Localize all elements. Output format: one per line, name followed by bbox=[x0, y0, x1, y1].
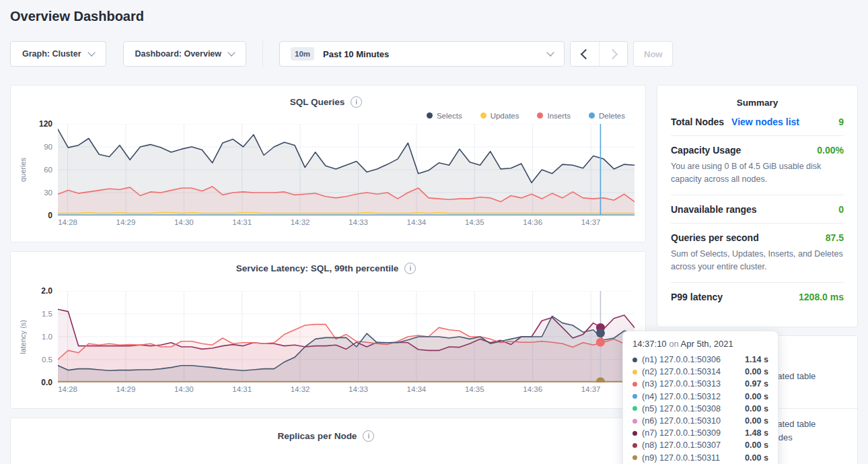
x-tick-label: 14:31 bbox=[232, 218, 252, 226]
summary-panel: Summary Total Nodes View nodes list 9 Ca… bbox=[657, 85, 858, 327]
latency-plot-area[interactable] bbox=[58, 291, 635, 383]
y-tick-label: 1.0 bbox=[42, 331, 52, 342]
summary-row-total-nodes: Total Nodes View nodes list 9 bbox=[671, 108, 844, 136]
node-color-dot bbox=[632, 419, 637, 424]
summary-row-p99: P99 latency 1208.0 ms bbox=[671, 283, 844, 310]
summary-row-qps: Queries per second 87.5 Sum of Selects, … bbox=[671, 224, 844, 283]
latency-x-axis: 14:2814:2914:3014:3114:3214:3314:3414:35… bbox=[58, 383, 635, 395]
node-address: (n1) 127.0.0.1:50306 bbox=[642, 355, 721, 364]
node-address: (n5) 127.0.0.1:50308 bbox=[642, 404, 721, 413]
page-title: Overview Dashboard bbox=[10, 9, 868, 24]
node-latency-value: 0.00 s bbox=[745, 392, 768, 401]
chevron-right-icon bbox=[607, 48, 618, 59]
node-address: (n7) 127.0.0.1:50309 bbox=[642, 428, 721, 438]
y-tick-label: 30 bbox=[44, 187, 52, 198]
y-tick-label: 0.5 bbox=[42, 354, 52, 365]
legend-item-inserts[interactable]: Inserts bbox=[537, 110, 571, 121]
p99-latency-label: P99 latency bbox=[671, 292, 723, 302]
graph-dropdown[interactable]: Graph: Cluster bbox=[10, 41, 106, 67]
qps-value: 87.5 bbox=[826, 232, 844, 243]
node-address: (n4) 127.0.0.1:50312 bbox=[642, 392, 721, 401]
node-color-dot bbox=[632, 358, 637, 362]
y-tick-label: 2.0 bbox=[41, 286, 52, 296]
time-next-button[interactable] bbox=[599, 42, 627, 66]
overview-dashboard-page: Overview Dashboard Graph: Cluster Dashbo… bbox=[0, 9, 868, 464]
sql-queries-card: SQL Queries i SelectsUpdatesInsertsDelet… bbox=[10, 85, 646, 242]
info-icon[interactable]: i bbox=[351, 96, 362, 108]
chart-hover-tooltip: 14:37:10 on Apr 5th, 2021 (n1) 127.0.0.1… bbox=[622, 331, 779, 464]
x-tick-label: 14:35 bbox=[465, 218, 484, 226]
latency-y-axis-label: latency (s) bbox=[19, 320, 27, 354]
charts-column: SQL Queries i SelectsUpdatesInsertsDelet… bbox=[10, 85, 646, 464]
node-color-dot bbox=[632, 455, 637, 460]
legend-dot bbox=[480, 112, 486, 119]
chevron-down-icon bbox=[546, 48, 554, 56]
service-latency-chart[interactable]: latency (s) 0.00.51.01.52.0 14:2814:2914… bbox=[17, 291, 635, 395]
legend-dot bbox=[589, 112, 595, 119]
tooltip-row: (n1) 127.0.0.1:503061.14 s bbox=[632, 354, 768, 366]
x-tick-label: 14:30 bbox=[174, 385, 194, 393]
chevron-down-icon bbox=[227, 48, 235, 56]
toolbar-divider bbox=[262, 41, 263, 67]
legend-item-deletes[interactable]: Deletes bbox=[589, 110, 625, 121]
x-tick-label: 14:31 bbox=[232, 385, 252, 393]
node-latency-value: 0.97 s bbox=[745, 379, 768, 389]
time-nav-group bbox=[570, 41, 628, 67]
x-tick-label: 14:36 bbox=[523, 218, 542, 226]
dashboard-dropdown[interactable]: Dashboard: Overview bbox=[123, 41, 247, 67]
total-nodes-value: 9 bbox=[838, 117, 844, 127]
sql-queries-chart[interactable]: queries 0306090120 14:2814:2914:3014:311… bbox=[17, 124, 635, 228]
tooltip-rows: (n1) 127.0.0.1:503061.14 s(n2) 127.0.0.1… bbox=[632, 354, 768, 464]
node-latency-value: 0.00 s bbox=[745, 440, 768, 450]
x-tick-label: 14:33 bbox=[349, 218, 368, 226]
node-latency-value: 0.00 s bbox=[745, 404, 768, 413]
tooltip-row: (n3) 127.0.0.1:503130.97 s bbox=[632, 378, 768, 390]
x-tick-label: 14:36 bbox=[523, 385, 542, 393]
dashboard-dropdown-label: Dashboard: Overview bbox=[135, 49, 222, 59]
y-tick-label: 1.5 bbox=[42, 308, 52, 319]
node-color-dot bbox=[632, 443, 637, 448]
view-nodes-list-link[interactable]: View nodes list bbox=[731, 117, 799, 127]
total-nodes-label: Total Nodes bbox=[671, 117, 724, 127]
sql-plot-area[interactable] bbox=[58, 124, 635, 216]
node-latency-value: 0.00 s bbox=[745, 453, 768, 463]
sql-queries-header: SQL Queries i bbox=[17, 96, 635, 108]
node-latency-value: 1.14 s bbox=[745, 355, 768, 364]
service-latency-header: Service Latency: SQL, 99th percentile i bbox=[17, 263, 635, 274]
node-address: (n8) 127.0.0.1:50307 bbox=[642, 440, 721, 450]
x-tick-label: 14:34 bbox=[406, 218, 426, 226]
node-address: (n9) 127.0.0.1:50311 bbox=[642, 453, 720, 463]
summary-row-capacity: Capacity Usage 0.00% You are using 0 B o… bbox=[671, 136, 844, 195]
now-button[interactable]: Now bbox=[633, 41, 673, 67]
info-icon[interactable]: i bbox=[363, 430, 374, 442]
capacity-usage-label: Capacity Usage bbox=[671, 145, 741, 156]
y-tick-label: 0 bbox=[48, 210, 52, 221]
summary-title: Summary bbox=[671, 98, 844, 108]
node-latency-value: 0.00 s bbox=[745, 367, 768, 376]
x-tick-label: 14:30 bbox=[174, 218, 194, 226]
x-tick-label: 14:28 bbox=[58, 218, 77, 226]
x-tick-label: 14:35 bbox=[465, 385, 484, 393]
sql-y-axis: 0306090120 bbox=[28, 124, 58, 216]
info-icon[interactable]: i bbox=[404, 263, 416, 274]
replicas-per-node-card: Replicas per Node i bbox=[10, 418, 646, 464]
node-address: (n6) 127.0.0.1:50310 bbox=[642, 416, 721, 426]
x-tick-label: 14:37 bbox=[581, 385, 601, 393]
summary-row-unavailable: Unavailable ranges 0 bbox=[671, 195, 844, 224]
legend-item-selects[interactable]: Selects bbox=[427, 110, 462, 121]
time-prev-button[interactable] bbox=[571, 42, 599, 66]
legend-item-updates[interactable]: Updates bbox=[480, 110, 519, 121]
time-range-selector[interactable]: 10m Past 10 Minutes bbox=[279, 41, 565, 67]
chevron-down-icon bbox=[87, 48, 95, 56]
x-tick-label: 14:29 bbox=[116, 385, 136, 393]
x-tick-label: 14:33 bbox=[349, 385, 368, 393]
unavailable-ranges-value: 0 bbox=[838, 204, 844, 215]
sql-queries-title: SQL Queries bbox=[290, 97, 345, 107]
graph-dropdown-label: Graph: Cluster bbox=[22, 49, 81, 59]
tooltip-row: (n4) 127.0.0.1:503120.00 s bbox=[632, 391, 768, 403]
chevron-left-icon bbox=[581, 48, 591, 59]
service-latency-card: Service Latency: SQL, 99th percentile i … bbox=[10, 251, 646, 409]
x-tick-label: 14:32 bbox=[291, 218, 310, 226]
y-tick-label: 0.0 bbox=[41, 377, 52, 388]
tooltip-row: (n6) 127.0.0.1:503100.00 s bbox=[632, 415, 768, 427]
